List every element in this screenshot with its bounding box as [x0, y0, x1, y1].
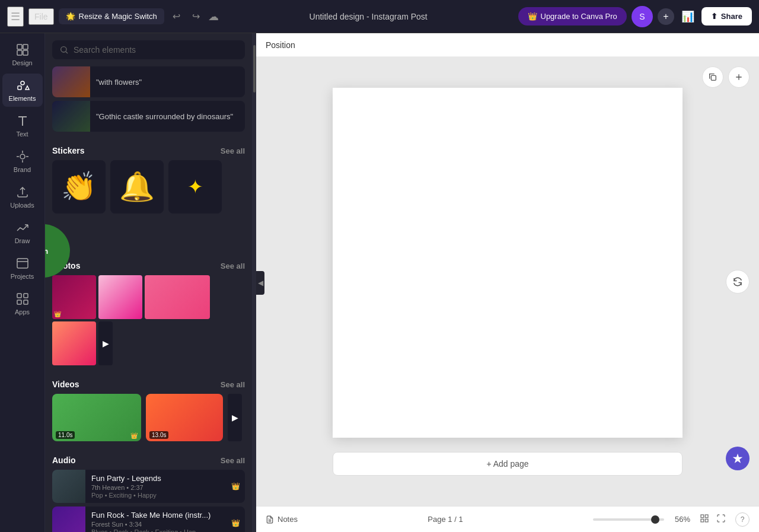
- audio-item-2[interactable]: Fun Rock - Take Me Home (instr...) Fores…: [52, 506, 245, 532]
- canvas-wrapper[interactable]: + Add page: [256, 57, 759, 506]
- grid-view-button[interactable]: [697, 511, 712, 528]
- resize-magic-switch-button[interactable]: 🌟 Resize & Magic Switch: [59, 8, 164, 24]
- position-bar: Position: [256, 33, 759, 57]
- videos-see-all[interactable]: See all: [221, 380, 245, 389]
- uploads-label: Uploads: [10, 202, 34, 209]
- svg-rect-0: [17, 44, 22, 49]
- canvas-area: Position + Add: [256, 33, 759, 532]
- ai-image-thumbnail-flowers: [52, 66, 90, 97]
- stickers-section: Stickers See all 👏 🔔 ✦: [52, 139, 245, 272]
- projects-label: Projects: [11, 273, 34, 280]
- svg-rect-15: [701, 515, 704, 518]
- document-title[interactable]: Untitled design - Instagram Post: [310, 12, 428, 21]
- audio-artist-2: Forest Sun • 3:34: [91, 521, 225, 528]
- photos-see-all[interactable]: See all: [221, 262, 245, 270]
- resize-label: Resize & Magic Switch: [79, 12, 157, 21]
- photo-item-3[interactable]: [145, 275, 210, 319]
- audio-title-1: Fun Party - Legends: [91, 474, 225, 483]
- duplicate-icon: [708, 72, 717, 82]
- share-label: Share: [721, 12, 742, 21]
- audio-section: Audio See all Fun Party - Legends 7th He…: [52, 448, 245, 532]
- sidebar-item-text[interactable]: Text: [2, 109, 43, 142]
- bell-emoji: 🔔: [119, 170, 155, 203]
- draw-icon: [15, 221, 30, 235]
- refresh-canvas-button[interactable]: [726, 270, 750, 294]
- sidebar-item-design[interactable]: Design: [2, 38, 43, 71]
- stickers-title: Stickers: [52, 146, 84, 155]
- audio-crown-1: 👑: [231, 482, 240, 490]
- redo-button[interactable]: ↪: [189, 8, 203, 24]
- scrollbar-thumb: [253, 45, 256, 93]
- elements-panel-container: "with flowers" "Gothic castle surrounded…: [45, 33, 256, 532]
- add-collaborator-button[interactable]: +: [658, 8, 674, 25]
- add-page-button[interactable]: + Add page: [333, 452, 683, 476]
- sidebar: Design Elements Text Brand: [0, 33, 45, 532]
- search-input[interactable]: [74, 45, 238, 55]
- magic-icon: [732, 453, 744, 464]
- panel-content: "with flowers" "Gothic castle surrounded…: [45, 66, 252, 532]
- draw-label: Draw: [15, 237, 30, 244]
- sidebar-item-apps[interactable]: Apps: [2, 287, 43, 320]
- design-label: Design: [12, 59, 32, 66]
- videos-header: Videos See all: [52, 372, 245, 394]
- zoom-thumb[interactable]: [651, 515, 659, 524]
- sticker-clap[interactable]: 👏: [52, 160, 106, 214]
- audio-item-1[interactable]: Fun Party - Legends 7th Heaven • 2:37 Po…: [52, 470, 245, 503]
- help-button[interactable]: ?: [735, 512, 750, 527]
- audio-thumbnail-2: [52, 506, 85, 532]
- design-icon: [15, 43, 30, 57]
- add-canvas-button[interactable]: [728, 66, 750, 88]
- audio-see-all[interactable]: See all: [221, 456, 245, 465]
- duplicate-page-button[interactable]: [702, 66, 723, 88]
- svg-rect-14: [711, 75, 716, 80]
- photo-item-4[interactable]: [52, 321, 96, 365]
- ai-image-text-flowers: "with flowers": [96, 78, 245, 87]
- ai-image-section: "with flowers" "Gothic castle surrounded…: [52, 66, 245, 132]
- zoom-track[interactable]: [593, 518, 664, 521]
- notes-button[interactable]: Notes: [266, 515, 298, 524]
- video-item-2[interactable]: 13.0s: [146, 394, 223, 441]
- position-label: Position: [266, 40, 295, 50]
- sidebar-item-brand[interactable]: Brand: [2, 145, 43, 178]
- share-button[interactable]: ⬆ Share: [701, 7, 752, 26]
- photo-item-2[interactable]: [98, 275, 142, 319]
- photos-next-arrow[interactable]: ▶: [98, 321, 113, 365]
- svg-marker-6: [25, 86, 29, 90]
- notes-icon: [266, 515, 274, 524]
- cloud-save-icon[interactable]: ☁: [208, 10, 219, 23]
- sticker-star[interactable]: ✦: [168, 160, 222, 214]
- bottom-bar: Notes Page 1 / 1 56%: [256, 506, 759, 532]
- sidebar-item-draw[interactable]: Draw: [2, 216, 43, 249]
- svg-rect-2: [17, 50, 22, 55]
- videos-next-arrow[interactable]: ▶: [228, 394, 242, 441]
- uploads-icon: [15, 185, 30, 199]
- avatar[interactable]: S: [632, 6, 653, 27]
- canvas-board[interactable]: [333, 88, 683, 438]
- clap-emoji: 👏: [61, 170, 97, 203]
- magic-ai-button[interactable]: [726, 447, 750, 470]
- stickers-see-all[interactable]: See all: [221, 146, 245, 155]
- fullscreen-button[interactable]: [714, 511, 728, 528]
- ai-image-card-flowers[interactable]: "with flowers": [52, 66, 245, 97]
- analytics-icon[interactable]: 📊: [679, 8, 697, 26]
- undo-button[interactable]: ↩: [169, 8, 184, 24]
- upgrade-button[interactable]: 👑 Upgrade to Canva Pro: [518, 7, 627, 26]
- svg-point-4: [21, 81, 24, 85]
- sidebar-item-projects[interactable]: Projects: [2, 251, 43, 285]
- search-bar: [45, 33, 252, 66]
- photos-section: Photos See all 👑 ▶: [52, 254, 245, 365]
- file-button[interactable]: File: [28, 8, 54, 25]
- sidebar-item-uploads[interactable]: Uploads: [2, 180, 43, 214]
- grid-icon: [700, 514, 709, 523]
- sticker-bell[interactable]: 🔔: [110, 160, 164, 214]
- hamburger-button[interactable]: ☰: [7, 7, 24, 27]
- page-indicator: Page 1 / 1: [305, 515, 586, 524]
- audio-tags-2: Blues • Rock • Rock • Exciting • Hap...: [91, 528, 225, 532]
- photo-item-1[interactable]: 👑: [52, 275, 96, 319]
- audio-crown-2: 👑: [231, 519, 240, 527]
- svg-rect-3: [23, 50, 28, 55]
- video-item-1[interactable]: 11.0s 👑: [52, 394, 141, 441]
- ai-image-card-gothic[interactable]: "Gothic castle surrounded by dinosaurs": [52, 101, 245, 132]
- svg-rect-1: [23, 44, 28, 49]
- sidebar-item-elements[interactable]: Elements: [2, 74, 43, 107]
